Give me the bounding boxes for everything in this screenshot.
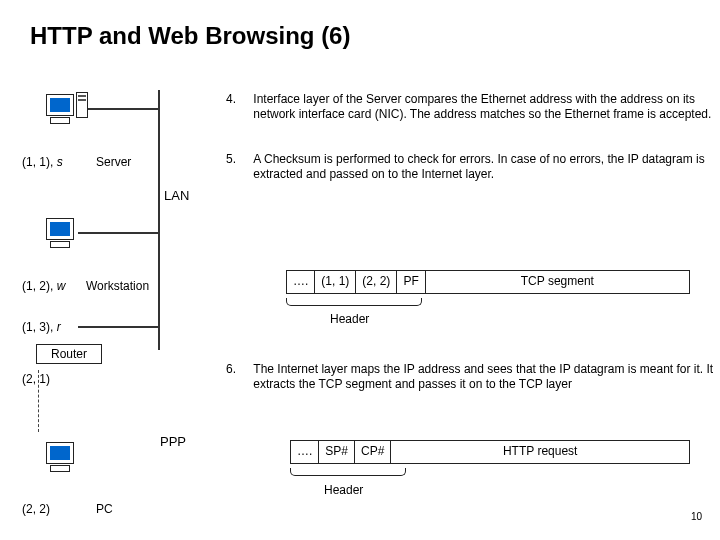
seg2-c1: SP# xyxy=(319,441,355,463)
seg2-c2: CP# xyxy=(355,441,391,463)
tcp-segment-box: …. (1, 1) (2, 2) PF TCP segment xyxy=(286,270,690,294)
step-6-text: The Internet layer maps the IP address a… xyxy=(253,362,713,392)
server-icon xyxy=(46,94,74,124)
pc-icon xyxy=(46,442,74,472)
seg2-header-label: Header xyxy=(324,483,363,497)
seg2-c0: …. xyxy=(291,441,319,463)
ws-addr: (1, 2), w xyxy=(22,279,65,293)
ppp-dashed-link xyxy=(38,370,39,432)
seg1-c0: …. xyxy=(287,271,315,293)
seg1-brace xyxy=(286,298,422,306)
node4-addr: (2, 1) xyxy=(22,372,50,386)
http-request-box: …. SP# CP# HTTP request xyxy=(290,440,690,464)
step-6-num: 6. xyxy=(226,362,250,376)
seg1-c2: (2, 2) xyxy=(356,271,397,293)
seg1-c1: (1, 1) xyxy=(315,271,356,293)
server-addr: (1, 1), s xyxy=(22,155,63,169)
step-5-num: 5. xyxy=(226,152,250,166)
node3-addr: (1, 3), r xyxy=(22,320,61,334)
step-4-num: 4. xyxy=(226,92,250,106)
ppp-label: PPP xyxy=(160,434,186,449)
seg1-c3: PF xyxy=(397,271,425,293)
step-4-text: Interface layer of the Server compares t… xyxy=(253,92,713,122)
step-6: 6. The Internet layer maps the IP addres… xyxy=(226,362,713,392)
pc-addr: (2, 2) xyxy=(22,502,50,516)
workstation-icon xyxy=(46,218,74,248)
page-title: HTTP and Web Browsing (6) xyxy=(30,22,350,50)
page-number: 10 xyxy=(691,511,702,522)
router-box: Router xyxy=(36,344,102,364)
lan-backbone xyxy=(158,90,160,350)
seg2-tail: HTTP request xyxy=(391,441,689,463)
server-role: Server xyxy=(96,155,131,169)
step-4: 4. Interface layer of the Server compare… xyxy=(226,92,713,122)
server-link-line xyxy=(88,108,158,110)
step-5: 5. A Checksum is performed to check for … xyxy=(226,152,713,182)
seg1-tail: TCP segment xyxy=(426,271,689,293)
ws-role: Workstation xyxy=(86,279,149,293)
pc-role: PC xyxy=(96,502,113,516)
seg1-header-label: Header xyxy=(330,312,369,326)
lan-label: LAN xyxy=(164,188,189,203)
seg2-brace xyxy=(290,468,406,476)
ws-link-line xyxy=(78,232,158,234)
step-5-text: A Checksum is performed to check for err… xyxy=(253,152,713,182)
node3-link-line xyxy=(78,326,158,328)
